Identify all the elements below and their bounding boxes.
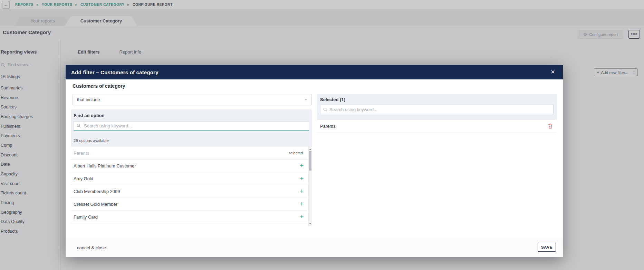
options-table-header: Parents selected bbox=[71, 147, 312, 160]
remove-selected-button[interactable] bbox=[547, 123, 553, 129]
options-count: 29 options available bbox=[74, 138, 109, 143]
option-label: Amy Gold bbox=[74, 176, 93, 181]
condition-dropdown-value: that include bbox=[77, 94, 100, 105]
search-icon bbox=[77, 124, 81, 128]
option-row[interactable]: Family Card + bbox=[71, 211, 312, 223]
modal-title: Add filter – Customers of category bbox=[71, 69, 158, 75]
option-label: Club Membership 2009 bbox=[74, 189, 120, 194]
trash-icon bbox=[548, 124, 552, 129]
modal-header: Add filter – Customers of category × bbox=[66, 65, 563, 79]
add-option-plus-icon[interactable]: + bbox=[300, 175, 304, 182]
option-row-partial bbox=[71, 223, 312, 226]
column-header-selected: selected bbox=[289, 151, 303, 155]
add-option-plus-icon[interactable]: + bbox=[300, 162, 304, 170]
scroll-up-icon[interactable]: ▲ bbox=[308, 148, 312, 150]
filter-field-label: Customers of category bbox=[73, 83, 125, 89]
option-row[interactable]: Club Membership 2009 + bbox=[71, 185, 312, 198]
add-option-plus-icon[interactable]: + bbox=[300, 200, 304, 208]
selected-count-title: Selected (1) bbox=[317, 94, 557, 102]
option-label: Cresset Gold Member bbox=[74, 202, 117, 207]
options-scrollbar[interactable]: ▲ ▼ bbox=[308, 147, 312, 226]
selected-search[interactable] bbox=[320, 105, 554, 114]
option-row[interactable]: Cresset Gold Member + bbox=[71, 198, 312, 211]
selected-panel: Selected (1) Parents bbox=[317, 94, 557, 133]
scrollbar-thumb[interactable] bbox=[309, 151, 311, 171]
find-option-panel: Find an option 29 options available Pare… bbox=[71, 109, 312, 226]
options-search[interactable] bbox=[74, 121, 309, 131]
save-button[interactable]: SAVE bbox=[538, 243, 556, 252]
app-screen: ← REPORTS ▶ YOUR REPORTS ▶ CUSTOMER CATE… bbox=[0, 0, 644, 270]
cancel-close-button[interactable]: cancel & close bbox=[77, 245, 106, 250]
add-option-plus-icon[interactable]: + bbox=[300, 213, 304, 221]
scroll-down-icon[interactable]: ▼ bbox=[308, 223, 312, 225]
column-header-parents: Parents bbox=[74, 151, 89, 156]
add-option-plus-icon[interactable]: + bbox=[300, 187, 304, 195]
option-label: Albert Halls Platinum Customer bbox=[74, 163, 136, 168]
add-filter-modal: Add filter – Customers of category × Cus… bbox=[66, 65, 563, 257]
option-row[interactable]: Amy Gold + bbox=[71, 172, 312, 185]
caret-down-icon: ▼ bbox=[305, 98, 307, 101]
search-icon bbox=[323, 107, 327, 112]
option-row[interactable]: Albert Halls Platinum Customer + bbox=[71, 160, 312, 172]
selected-panel-header: Selected (1) bbox=[317, 94, 557, 120]
text-cursor bbox=[83, 123, 83, 128]
selected-item-label: Parents bbox=[320, 124, 336, 129]
close-icon[interactable]: × bbox=[548, 68, 557, 77]
selected-item-row: Parents bbox=[317, 120, 557, 133]
options-table: Parents selected Albert Halls Platinum C… bbox=[71, 147, 312, 226]
options-search-input[interactable] bbox=[84, 123, 306, 128]
condition-dropdown[interactable]: that include ▼ bbox=[73, 94, 312, 105]
find-option-label: Find an option bbox=[74, 113, 105, 118]
option-label: Family Card bbox=[74, 214, 98, 220]
selected-search-input[interactable] bbox=[329, 107, 550, 112]
modal-footer: cancel & close SAVE bbox=[66, 238, 563, 257]
